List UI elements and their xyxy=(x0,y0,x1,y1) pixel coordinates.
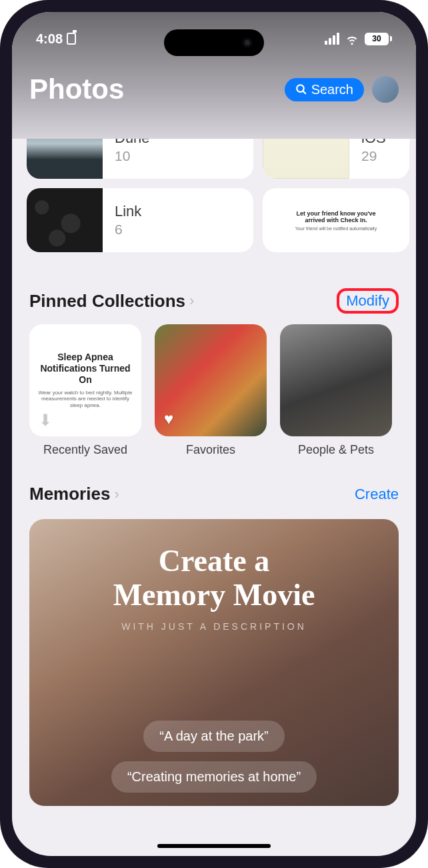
album-count: 10 xyxy=(115,148,150,164)
volume-up-button xyxy=(0,180,1,232)
memory-card[interactable]: Create a Memory Movie With just a descri… xyxy=(29,519,399,806)
home-indicator[interactable] xyxy=(157,844,271,848)
memory-suggestion-pill[interactable]: “Creating memories at home” xyxy=(111,761,317,793)
pinned-item-people-pets[interactable]: People & Pets xyxy=(280,324,392,457)
sim-icon xyxy=(67,33,76,45)
memory-subtitle: With just a description xyxy=(121,621,307,632)
pinned-label: People & Pets xyxy=(298,443,374,457)
pinned-row: Sleep Apnea Notifications Turned On Wear… xyxy=(12,324,416,457)
thumb-title: Sleep Apnea Notifications Turned On xyxy=(37,352,133,385)
dynamic-island xyxy=(164,29,264,56)
phone-frame: 4:08 30 Photos Search xyxy=(0,0,428,868)
svg-line-1 xyxy=(303,91,306,94)
page-title: Photos xyxy=(29,73,124,105)
screen: 4:08 30 Photos Search xyxy=(12,12,416,856)
memories-create-button[interactable]: Create xyxy=(355,486,399,503)
album-card-link[interactable]: Link 6 xyxy=(27,188,253,252)
memories-title-row[interactable]: Memories › xyxy=(29,484,119,504)
pinned-thumb: Sleep Apnea Notifications Turned On Wear… xyxy=(29,324,141,436)
download-icon: ⬇︎ xyxy=(39,411,52,430)
search-label: Search xyxy=(311,82,353,97)
checkin-subtext: Your friend will be notified automatical… xyxy=(295,226,377,231)
section-title-text: Memories xyxy=(29,484,110,504)
thumb-sub: Wear your watch to bed nightly. Multiple… xyxy=(37,390,133,409)
section-title-text: Pinned Collections xyxy=(29,291,185,312)
album-thumb: Let your friend know you've arrived with… xyxy=(289,188,383,252)
album-count: 29 xyxy=(361,148,386,164)
volume-down-button xyxy=(0,247,1,299)
album-count: 6 xyxy=(115,222,141,238)
chevron-right-icon: › xyxy=(114,486,119,503)
status-time: 4:08 xyxy=(36,31,63,47)
chevron-right-icon: › xyxy=(189,292,194,310)
album-card-checkin[interactable]: Let your friend know you've arrived with… xyxy=(263,188,409,252)
app-header: Photos Search xyxy=(12,73,416,105)
checkin-text: Let your friend know you've arrived with… xyxy=(293,210,379,224)
pinned-item-recently-saved[interactable]: Sleep Apnea Notifications Turned On Wear… xyxy=(29,324,141,457)
heart-icon: ♥ xyxy=(164,410,173,428)
memories-header: Memories › Create xyxy=(12,457,416,515)
pinned-header: Pinned Collections › Modify xyxy=(12,262,416,324)
wifi-icon xyxy=(345,31,359,46)
battery-icon: 30 xyxy=(365,33,392,45)
cellular-icon xyxy=(325,33,339,45)
side-button xyxy=(0,133,1,160)
search-button[interactable]: Search xyxy=(285,78,364,101)
memory-title: Create a Memory Movie xyxy=(113,544,315,612)
pinned-label: Recently Saved xyxy=(43,443,127,457)
album-thumb xyxy=(27,188,103,252)
album-name: Link xyxy=(115,203,141,220)
svg-point-0 xyxy=(297,85,304,92)
avatar[interactable] xyxy=(372,76,399,103)
pinned-thumb: ♥ xyxy=(155,324,267,436)
pinned-title-row[interactable]: Pinned Collections › xyxy=(29,291,194,312)
pinned-modify-button[interactable]: Modify xyxy=(346,292,389,309)
pinned-item-favorites[interactable]: ♥ Favorites xyxy=(155,324,267,457)
pinned-thumb xyxy=(280,324,392,436)
album-row: Link 6 Let your friend know you've arriv… xyxy=(12,188,416,252)
modify-highlight: Modify xyxy=(337,288,399,314)
search-icon xyxy=(295,83,307,95)
memory-suggestion-pill[interactable]: “A day at the park” xyxy=(143,721,284,752)
pinned-label: Favorites xyxy=(186,443,235,457)
